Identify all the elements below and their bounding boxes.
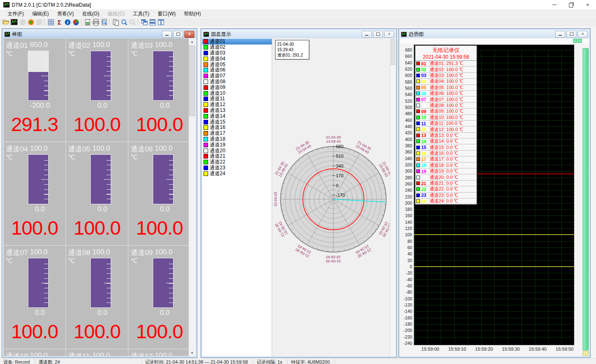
y-axis-tick: -40 (400, 277, 412, 282)
legend-row[interactable]: 15 通道15: 0.0 ℃ (415, 144, 477, 150)
channel-color-chip (416, 157, 420, 161)
legend-row[interactable]: 02 通道02: 100.0 ℃ (415, 67, 477, 72)
child-minimize-button[interactable] (555, 31, 565, 38)
child-maximize-button[interactable] (373, 31, 383, 38)
cascade-windows-icon[interactable] (140, 18, 148, 26)
range-min: 0.0 (140, 309, 189, 317)
child-close-button[interactable]: × (578, 31, 588, 38)
channel-value: 100.0 (129, 114, 189, 134)
child-close-button[interactable]: × (384, 31, 394, 38)
trend-window-titlebar[interactable]: 趋势图 × (400, 30, 589, 38)
menu-item[interactable]: 曲线(C) (104, 10, 129, 18)
channel-reading: 通道08: 100.0 ℃ (430, 103, 463, 109)
menu-item[interactable]: 在线(O) (78, 10, 103, 18)
channel-color-chip (204, 74, 208, 78)
channel-color-chip (204, 57, 208, 61)
disc-scrollbar[interactable] (390, 38, 395, 356)
legend-row[interactable]: 08 通道08: 100.0 ℃ (415, 103, 477, 109)
scrollbar-thumb[interactable] (583, 48, 589, 350)
menu-item[interactable]: 窗口(W) (154, 10, 180, 18)
bar-gauge-ticks (107, 52, 111, 100)
export-icon[interactable] (83, 18, 92, 26)
legend-row[interactable]: 12 通道12: 100.0 ℃ (415, 126, 477, 132)
legend-row[interactable]: 22 通道22: 0.0 ℃ (415, 186, 477, 192)
menu-item[interactable]: 文件(F) (3, 10, 28, 18)
channel-color-chip (416, 176, 420, 179)
child-minimize-button[interactable] (362, 31, 372, 38)
channel-color-chip (204, 166, 208, 170)
channel-number: 21 (421, 181, 428, 186)
legend-row[interactable]: 16 通道16: 0.0 ℃ (415, 151, 477, 156)
legend-row[interactable]: 13 通道13: 0.0 ℃ (415, 133, 477, 139)
scrollbar-corner-box[interactable] (583, 351, 589, 356)
menu-item[interactable]: 编辑(E) (28, 10, 53, 18)
legend-row[interactable]: 14 通道14: 0.0 ℃ (415, 139, 477, 144)
legend-row[interactable]: 21 通道21: 0.0 ℃ (415, 181, 477, 186)
tile-vertical-icon[interactable] (156, 18, 165, 26)
menu-item[interactable]: 工具(T) (129, 10, 153, 18)
info-icon[interactable]: i (63, 18, 72, 26)
close-button[interactable]: × (579, 0, 596, 10)
legend-row[interactable]: 23 通道23: 0.0 ℃ (415, 193, 477, 198)
child-maximize-button[interactable] (173, 31, 183, 38)
legend-row[interactable]: 19 通道19: 0.0 ℃ (415, 168, 477, 174)
y-axis-tick: -220 (400, 335, 412, 339)
scroll-up-icon[interactable]: ▲ (189, 38, 195, 45)
y-axis-tick: 40 (400, 252, 412, 256)
channel-reading: 通道14: 0.0 ℃ (430, 139, 458, 144)
y-axis-tick: 140 (400, 220, 412, 225)
child-close-button[interactable]: × (184, 31, 194, 38)
child-minimize-button[interactable] (162, 31, 172, 38)
channel-color-chip (416, 116, 420, 119)
tile-horizontal-icon[interactable] (148, 18, 156, 26)
legend-row[interactable]: 01 通道01: 291.3 ℃ (415, 61, 477, 67)
zoom-in-icon[interactable] (120, 18, 128, 26)
legend-row[interactable]: 17 通道17: 0.0 ℃ (415, 156, 477, 162)
bargraph-window-titlebar[interactable]: 棒图 × (3, 30, 196, 38)
legend-row[interactable]: 04 通道04: 100.0 ℃ (415, 79, 477, 84)
channel-color-chip (416, 134, 420, 137)
hscrollbar-thumb[interactable] (573, 39, 577, 43)
disc-window-titlebar[interactable]: 圆盘显示 × (202, 30, 395, 38)
menu-item[interactable]: 查看(V) (53, 10, 78, 18)
channel-color-chip (416, 98, 420, 102)
menu-item[interactable]: 帮助(H) (180, 10, 205, 18)
channel-number: 03 (421, 73, 428, 78)
data-table-icon[interactable] (47, 18, 55, 26)
legend-row[interactable]: 07 通道07: 100.0 ℃ (415, 97, 477, 102)
scroll-down-icon[interactable]: ▼ (189, 349, 195, 356)
realtime-data-icon[interactable] (10, 18, 18, 26)
scrollbar-thumb[interactable] (189, 45, 195, 116)
disc-display-window: 圆盘显示 × 通道01 (201, 28, 397, 358)
minimize-icon (165, 35, 169, 36)
record-icon[interactable] (27, 18, 35, 26)
legend-row[interactable]: 18 通道18: 0.0 ℃ (415, 163, 477, 168)
pie-chart-icon[interactable] (72, 18, 80, 26)
child-maximize-button[interactable] (566, 31, 576, 38)
legend-row[interactable]: 05 通道05: 100.0 ℃ (415, 85, 477, 91)
legend-row[interactable]: 24 通道24: 0.0 ℃ (415, 198, 477, 204)
print-icon[interactable] (92, 18, 100, 26)
open-file-icon[interactable] (2, 18, 10, 26)
legend-row[interactable]: 10 通道10: 100.0 ℃ (415, 115, 477, 121)
legend-row[interactable]: 06 通道06: 100.0 ℃ (415, 91, 477, 97)
legend-row[interactable]: 03 通道03: 100.0 ℃ (415, 73, 477, 79)
hscrollbar-button[interactable] (578, 39, 582, 43)
trend-vscrollbar[interactable] (582, 48, 589, 356)
y-axis-tick: 400 (400, 137, 412, 142)
bargraph-scrollbar[interactable]: ▲ ▼ (189, 38, 196, 356)
y-axis-tick: 560 (400, 86, 412, 91)
restore-button[interactable] (563, 0, 579, 10)
statistics-sigma-icon[interactable]: Σ (55, 18, 63, 26)
minimize-button[interactable] (546, 0, 563, 10)
print-preview-icon[interactable] (100, 18, 108, 26)
legend-row[interactable]: 09 通道09: 100.0 ℃ (415, 109, 477, 114)
channel-value: 100.0 (66, 114, 128, 134)
close-icon: × (581, 32, 584, 36)
scrollbar-thumb[interactable] (391, 39, 395, 65)
channel-list-item[interactable]: 通道24 (202, 171, 272, 176)
legend-row[interactable]: 11 通道11: 100.0 ℃ (415, 121, 477, 126)
legend-row[interactable]: 20 通道20: 0.0 ℃ (415, 174, 477, 180)
copy-icon[interactable] (112, 18, 120, 26)
channel-color-chip (204, 39, 208, 44)
